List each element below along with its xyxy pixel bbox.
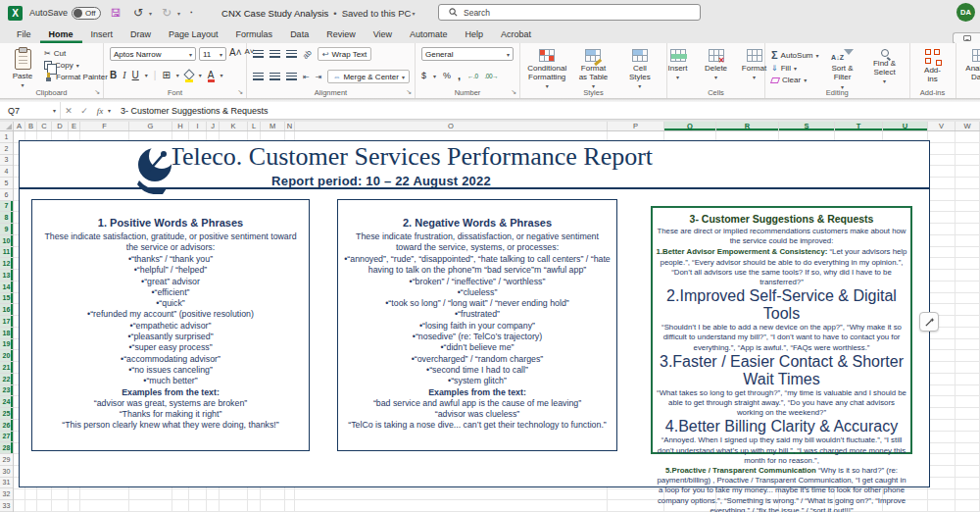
row-header-5[interactable]: 5: [0, 178, 13, 189]
font-color-chevron-icon[interactable]: ▾: [220, 72, 223, 78]
row-header-31[interactable]: 31: [0, 478, 13, 489]
tab-help[interactable]: Help: [457, 26, 493, 43]
row-header-19[interactable]: 19: [0, 339, 13, 351]
font-color-icon[interactable]: A: [208, 71, 215, 80]
underline-chevron-icon[interactable]: ▾: [145, 72, 148, 78]
row-header-21[interactable]: 21: [0, 362, 13, 374]
align-bottom-icon[interactable]: [286, 50, 297, 58]
column-header-B[interactable]: B: [25, 122, 37, 130]
format-as-table-button[interactable]: Format as Table ▾: [572, 47, 613, 92]
number-format-select[interactable]: General▾: [421, 47, 514, 61]
chart-quick-tools-button[interactable]: [919, 312, 939, 332]
column-header-Q[interactable]: Q: [664, 122, 716, 130]
formula-value[interactable]: 3- Customer Suggestions & Requests: [121, 106, 269, 116]
row-header-8[interactable]: 8: [0, 212, 13, 224]
insert-function-icon[interactable]: fx: [92, 106, 108, 116]
row-header-9[interactable]: 9: [0, 224, 13, 235]
underline-button[interactable]: U: [132, 70, 139, 80]
cut-button[interactable]: ✂Cut: [44, 49, 108, 58]
title-chevron-icon[interactable]: ▾: [412, 10, 415, 17]
tab-acrobat[interactable]: Acrobat: [492, 26, 540, 43]
column-header-A[interactable]: A: [14, 122, 25, 130]
increase-decimal-icon[interactable]: ←.0: [467, 73, 477, 79]
row-header-27[interactable]: 27: [0, 432, 13, 443]
align-left-icon[interactable]: [253, 73, 264, 80]
increase-font-icon[interactable]: A˄: [229, 47, 242, 61]
row-header-29[interactable]: 29: [0, 454, 13, 466]
alignment-dialog-launcher-icon[interactable]: ↘: [406, 88, 412, 96]
autosum-chevron-icon[interactable]: ▾: [816, 52, 819, 59]
row-header-12[interactable]: 12: [0, 258, 13, 270]
row-header-11[interactable]: 11: [0, 247, 13, 259]
row-header-32[interactable]: 32: [0, 488, 13, 500]
font-size-select[interactable]: 11▾: [199, 47, 226, 61]
document-title[interactable]: CNX Case Study Analysis • Saved to this …: [221, 8, 415, 19]
tab-file[interactable]: File: [8, 26, 40, 43]
avatar[interactable]: DA: [956, 3, 975, 22]
column-header-W[interactable]: W: [956, 122, 980, 130]
delete-chevron-icon[interactable]: ▾: [714, 75, 717, 81]
column-header-V[interactable]: V: [928, 122, 956, 130]
column-header-O[interactable]: O: [295, 122, 608, 130]
row-header-3[interactable]: 3: [0, 155, 13, 167]
row-header-20[interactable]: 20: [0, 350, 13, 362]
tab-automate[interactable]: Automate: [401, 26, 457, 43]
suggestions-box[interactable]: 3- Customer Suggestions & Requests These…: [651, 206, 912, 454]
row-header-13[interactable]: 13: [0, 270, 13, 282]
sort-filter-button[interactable]: A↓Z Sort & Filter ▾: [824, 47, 861, 92]
merge-center-chevron-icon[interactable]: ▾: [402, 74, 405, 80]
excel-app-icon[interactable]: X: [8, 6, 23, 21]
tab-draw[interactable]: Draw: [122, 26, 160, 43]
autosave-toggle[interactable]: Off: [72, 7, 101, 20]
clear-chevron-icon[interactable]: ▾: [804, 77, 807, 83]
row-header-4[interactable]: 4: [0, 166, 13, 178]
tab-view[interactable]: View: [365, 26, 401, 43]
increase-indent-icon[interactable]: ⇥: [316, 73, 322, 81]
row-header-6[interactable]: 6: [0, 189, 13, 201]
merge-center-button[interactable]: ⇔ Merge & Center ▾: [327, 70, 409, 83]
undo-chevron-icon[interactable]: ▾: [149, 10, 152, 17]
copy-button[interactable]: Copy▾: [44, 61, 108, 70]
select-all-corner[interactable]: [0, 122, 14, 130]
clipboard-dialog-launcher-icon[interactable]: ↘: [94, 88, 100, 96]
insert-cells-button[interactable]: Insert ▾: [662, 47, 695, 83]
column-header-K[interactable]: K: [220, 122, 248, 130]
column-header-H[interactable]: H: [172, 122, 189, 130]
row-header-23[interactable]: 23: [0, 385, 13, 397]
tab-formulas[interactable]: Formulas: [227, 26, 282, 43]
row-header-25[interactable]: 25: [0, 408, 13, 420]
row-header-18[interactable]: 18: [0, 328, 13, 339]
tab-data[interactable]: Data: [281, 26, 318, 43]
column-header-S[interactable]: S: [779, 122, 835, 130]
column-header-C[interactable]: C: [37, 122, 52, 130]
orientation-icon[interactable]: ab: [301, 48, 314, 61]
row-header-10[interactable]: 10: [0, 235, 13, 247]
column-header-I[interactable]: I: [189, 122, 207, 130]
row-header-33[interactable]: 33: [0, 500, 13, 512]
row-header-14[interactable]: 14: [0, 282, 13, 293]
column-header-R[interactable]: R: [716, 122, 779, 130]
column-header-T[interactable]: T: [835, 122, 883, 130]
align-right-icon[interactable]: [286, 73, 297, 80]
number-dialog-launcher-icon[interactable]: ↘: [511, 88, 516, 96]
paste-button[interactable]: Paste ▾: [6, 47, 39, 91]
negative-words-box[interactable]: 2. Negative Words & Phrases These indica…: [337, 199, 617, 451]
align-center-icon[interactable]: [270, 73, 280, 80]
autosum-button[interactable]: ΣAutoSum▾: [771, 49, 819, 61]
positive-words-box[interactable]: 1. Positive Words & Phrases These indica…: [31, 199, 310, 451]
addins-button[interactable]: Add-ins: [916, 47, 950, 85]
italic-button[interactable]: I: [122, 70, 125, 80]
tab-page-layout[interactable]: Page Layout: [160, 26, 227, 43]
name-box-chevron-icon[interactable]: ▾: [53, 107, 56, 114]
save-icon[interactable]: 🖫: [108, 7, 123, 19]
tab-home[interactable]: Home: [40, 26, 82, 43]
column-header-E[interactable]: E: [69, 122, 80, 130]
fill-chevron-icon[interactable]: ▾: [794, 65, 797, 72]
row-header-26[interactable]: 26: [0, 420, 13, 432]
row-header-24[interactable]: 24: [0, 396, 13, 408]
row-header-7[interactable]: 7: [0, 201, 13, 213]
borders-icon[interactable]: ⊞: [162, 70, 170, 80]
tab-review[interactable]: Review: [318, 26, 365, 43]
sheet-canvas[interactable]: 1234567891011121314151617181920212223242…: [0, 131, 980, 512]
copy-chevron-icon[interactable]: ▾: [76, 62, 79, 69]
